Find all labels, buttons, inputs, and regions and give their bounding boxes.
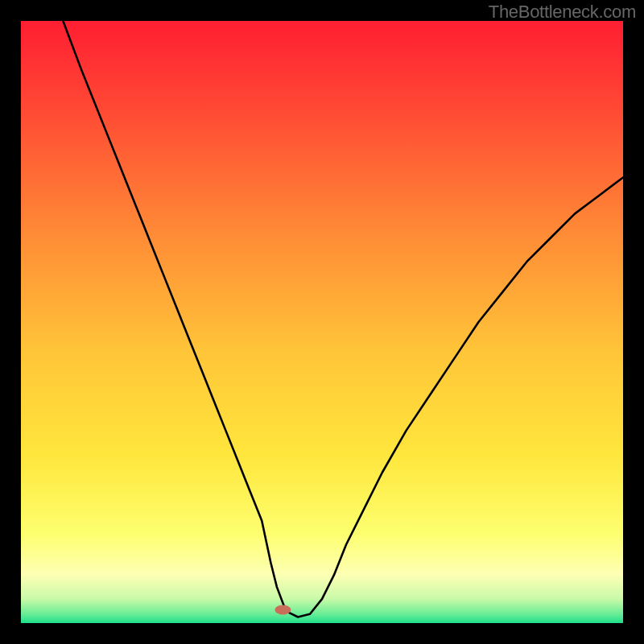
plot-outer [21,21,623,623]
watermark-text: TheBottleneck.com [489,2,636,23]
chart-frame: TheBottleneck.com [0,0,644,644]
plot-svg [21,21,623,623]
minimum-marker [275,605,291,615]
plot-background [21,21,623,623]
